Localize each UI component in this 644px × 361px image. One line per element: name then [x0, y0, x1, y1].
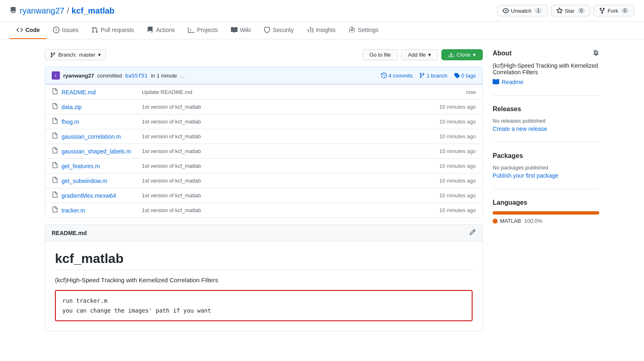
readme-heading: kcf_matlab	[55, 251, 473, 270]
file-message: 1st version of kcf_matlab	[135, 163, 439, 169]
commit-author-avatar: r	[52, 71, 60, 80]
tab-actions[interactable]: Actions	[140, 22, 181, 39]
packages-title: Packages	[493, 152, 523, 160]
commit-hash[interactable]: ba55f51	[125, 73, 148, 79]
star-button[interactable]: Star 0	[551, 5, 591, 16]
unwatch-button[interactable]: Unwatch 1	[497, 5, 548, 16]
file-name[interactable]: get_features.m	[62, 163, 135, 169]
file-icon	[52, 147, 58, 155]
fork-button[interactable]: Fork 0	[594, 5, 634, 16]
file-icon	[52, 192, 58, 199]
file-message: 1st version of kcf_matlab	[135, 133, 439, 139]
file-name[interactable]: gaussian_shaped_labels.m	[62, 148, 135, 155]
table-row: get_features.m 1st version of kcf_matlab…	[45, 158, 482, 173]
about-description: (kcf)High-Speed Tracking with Kernelized…	[493, 62, 599, 75]
tab-settings[interactable]: Settings	[342, 22, 385, 39]
clone-button[interactable]: Clone ▾	[441, 49, 483, 60]
file-time: 10 minutes ago	[439, 207, 476, 213]
file-message: 1st version of kcf_matlab	[135, 207, 439, 213]
file-icon	[52, 118, 58, 126]
file-icon	[52, 162, 58, 170]
tab-projects[interactable]: Projects	[181, 22, 224, 39]
chevron-down-icon-clone: ▾	[473, 52, 476, 58]
file-icon	[52, 177, 58, 185]
commit-more-button[interactable]: ...	[180, 73, 185, 79]
file-name[interactable]: tracker.m	[62, 207, 135, 214]
repo-name[interactable]: kcf_matlab	[72, 6, 115, 16]
readme-edit-button[interactable]	[469, 229, 476, 237]
tab-security[interactable]: Security	[257, 22, 300, 39]
branches-link[interactable]: 1 branch	[419, 73, 448, 79]
table-row: gaussian_correlation.m 1st version of kc…	[45, 129, 482, 144]
file-name[interactable]: get_subwindow.m	[62, 178, 135, 184]
create-release-link[interactable]: Create a new release	[493, 126, 599, 132]
file-icon	[52, 206, 58, 214]
table-row: README.md Update README.md now	[45, 85, 482, 99]
commit-time-text: in 1 minute	[151, 73, 177, 79]
publish-package-link[interactable]: Publish your first package	[493, 172, 599, 179]
readme-code-block: run tracker.m you can change the images'…	[55, 290, 473, 321]
file-name[interactable]: gaussian_correlation.m	[62, 133, 135, 140]
tags-link[interactable]: 0 tags	[454, 73, 476, 79]
chevron-down-icon-add: ▾	[428, 52, 431, 58]
file-message: Update README.md	[135, 89, 466, 95]
file-message: 1st version of kcf_matlab	[135, 104, 439, 110]
pull-request-icon	[91, 27, 98, 33]
tab-issues[interactable]: Issues	[46, 22, 85, 39]
no-releases-text: No releases published	[493, 118, 599, 124]
about-settings-icon[interactable]	[593, 49, 599, 57]
insights-icon	[307, 27, 313, 33]
readme-link[interactable]: Readme	[493, 79, 599, 85]
releases-title: Releases	[493, 105, 521, 113]
projects-icon	[188, 27, 194, 33]
commit-author-name[interactable]: ryanwang27	[63, 73, 94, 79]
matlab-label: MATLAB	[500, 218, 521, 224]
table-row: gaussian_shaped_labels.m 1st version of …	[45, 144, 482, 158]
file-icon	[52, 133, 58, 140]
languages-title: Languages	[493, 199, 527, 206]
file-message: 1st version of kcf_matlab	[135, 192, 439, 199]
file-time: 10 minutes ago	[439, 104, 476, 110]
repo-owner[interactable]: ryanwang27	[20, 6, 64, 16]
file-name[interactable]: README.md	[62, 89, 135, 96]
readme-description: (kcf)High-Speed Tracking with Kernelized…	[55, 276, 473, 283]
security-icon	[264, 27, 270, 33]
add-file-button[interactable]: Add file ▾	[401, 49, 438, 60]
file-time: 10 minutes ago	[439, 119, 476, 125]
tab-pull-requests[interactable]: Pull requests	[85, 22, 140, 39]
file-name[interactable]: gradientMex.mexw64	[62, 192, 135, 199]
file-message: 1st version of kcf_matlab	[135, 178, 439, 184]
file-icon	[52, 88, 58, 96]
branch-selector[interactable]: Branch: master ▾	[45, 49, 106, 60]
file-time: 10 minutes ago	[439, 178, 476, 184]
branch-label-prefix: Branch:	[58, 52, 77, 58]
matlab-dot	[493, 219, 498, 224]
go-to-file-button[interactable]: Go to file	[363, 49, 398, 60]
file-time: 10 minutes ago	[439, 148, 476, 154]
table-row: get_subwindow.m 1st version of kcf_matla…	[45, 173, 482, 188]
tab-code[interactable]: Code	[10, 22, 46, 39]
issues-icon	[53, 27, 59, 33]
file-name[interactable]: fhog.m	[62, 119, 135, 125]
file-message: 1st version of kcf_matlab	[135, 119, 439, 125]
readme-code-line2: you can change the images' path if you w…	[62, 307, 465, 314]
about-title: About	[493, 50, 512, 57]
star-icon	[556, 7, 563, 14]
unwatch-count: 1	[534, 8, 542, 14]
matlab-percent: 100.0%	[524, 218, 542, 224]
tab-wiki[interactable]: Wiki	[224, 22, 257, 39]
file-time: 10 minutes ago	[439, 133, 476, 139]
no-packages-text: No packages published	[493, 165, 599, 171]
commits-link[interactable]: 4 commits	[381, 73, 413, 79]
star-count: 0	[578, 8, 585, 14]
history-icon	[381, 73, 387, 78]
tab-insights[interactable]: Insights	[300, 22, 342, 39]
table-row: gradientMex.mexw64 1st version of kcf_ma…	[45, 188, 482, 203]
readme-code-line1: run tracker.m	[62, 297, 465, 304]
book-icon	[493, 79, 499, 85]
download-icon	[448, 52, 454, 58]
settings-nav-icon	[349, 27, 355, 33]
file-name[interactable]: data.zip	[62, 104, 135, 110]
file-time: 10 minutes ago	[439, 192, 476, 199]
branch-icon	[50, 52, 56, 58]
